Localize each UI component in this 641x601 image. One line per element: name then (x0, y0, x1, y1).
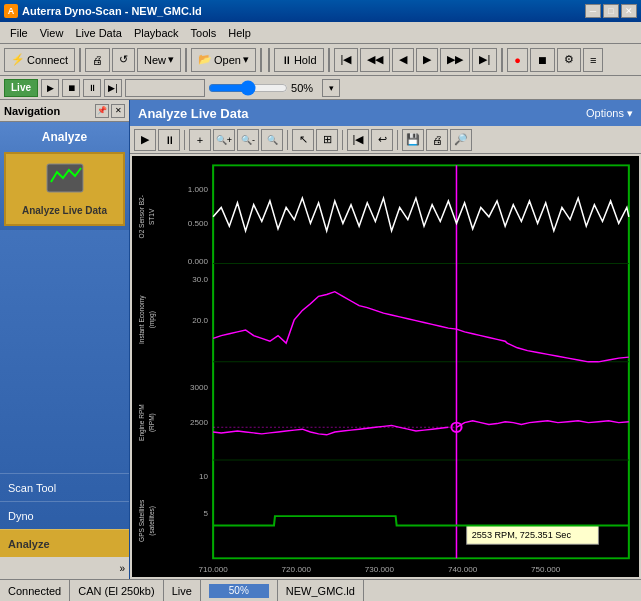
open-button[interactable]: 📂 Open ▾ (191, 48, 256, 72)
menu-playback[interactable]: Playback (128, 25, 185, 41)
svg-text:5: 5 (204, 509, 209, 518)
svg-text:740.000: 740.000 (448, 566, 478, 575)
svg-text:10: 10 (199, 472, 209, 481)
dropdown-arrow-icon: ▾ (168, 53, 174, 66)
svg-text:720.000: 720.000 (282, 566, 312, 575)
connect-button[interactable]: ⚡ Connect (4, 48, 75, 72)
svg-text:0.000: 0.000 (188, 257, 209, 266)
print-icon: 🖨 (92, 54, 103, 66)
hold-button[interactable]: ⏸ Hold (274, 48, 324, 72)
sidebar: Navigation 📌 ✕ Analyze Analyze Live Data (0, 100, 130, 579)
title-bar-controls: ─ □ ✕ (585, 4, 637, 18)
analyze-live-label: Analyze Live Data (22, 205, 107, 216)
sidebar-item-dyno[interactable]: Dyno (0, 501, 129, 529)
at-pause-button[interactable]: ⏸ (158, 129, 180, 151)
sidebar-scan-tool-label: Scan Tool (8, 482, 56, 494)
sidebar-item-analyze[interactable]: Analyze (0, 529, 129, 557)
svg-text:(satellites): (satellites) (148, 506, 156, 536)
back-frame-button[interactable]: ◀ (392, 48, 414, 72)
playback-bar: Live ▶ ⏹ ⏸ ▶| 50% ▾ (0, 76, 641, 100)
connect-icon: ⚡ (11, 53, 25, 66)
nav-controls: 📌 ✕ (95, 104, 125, 118)
speed-percent: 50% (291, 82, 319, 94)
hold-icon: ⏸ (281, 54, 292, 66)
analyze-section: Analyze Analyze Live Data (0, 122, 129, 230)
at-zoom-in-button[interactable]: 🔍+ (213, 129, 235, 151)
chart-svg: 1.000 0.500 0.000 O2 Sensor B2- ST1V 30.… (132, 156, 639, 577)
analyze-live-button[interactable]: Analyze Live Data (4, 152, 125, 226)
prev-button[interactable]: |◀ (334, 48, 359, 72)
title-bar: A Auterra Dyno-Scan - NEW_GMC.ld ─ □ ✕ (0, 0, 641, 22)
menu-view[interactable]: View (34, 25, 70, 41)
speed-slider[interactable] (208, 81, 288, 95)
at-first-button[interactable]: |◀ (347, 129, 369, 151)
at-save-button[interactable]: 💾 (402, 129, 424, 151)
menu-live-data[interactable]: Live Data (69, 25, 127, 41)
sidebar-spacer (0, 230, 129, 473)
refresh-button[interactable]: ↺ (112, 48, 135, 72)
menu-tools[interactable]: Tools (185, 25, 223, 41)
at-grid-button[interactable]: ⊞ (316, 129, 338, 151)
at-print-button[interactable]: 🖨 (426, 129, 448, 151)
settings-button[interactable]: ⚙ (557, 48, 581, 72)
content-title: Analyze Live Data (138, 106, 249, 121)
pb-speed-bar[interactable] (125, 79, 205, 97)
close-button[interactable]: ✕ (621, 4, 637, 18)
svg-text:3000: 3000 (190, 383, 209, 392)
pb-stop[interactable]: ⏹ (62, 79, 80, 97)
main-layout: Navigation 📌 ✕ Analyze Analyze Live Data (0, 100, 641, 579)
sidebar-dyno-label: Dyno (8, 510, 34, 522)
open-dropdown-icon: ▾ (243, 53, 249, 66)
next-button[interactable]: ▶| (472, 48, 497, 72)
at-zoom-fit-button[interactable]: 🔍 (261, 129, 283, 151)
at-zoom-out-button[interactable]: 🔍- (237, 129, 259, 151)
sidebar-expand-icon[interactable]: » (119, 563, 125, 574)
back-button[interactable]: ◀◀ (360, 48, 390, 72)
at-cursor-button[interactable]: ↖ (292, 129, 314, 151)
analyze-live-icon (45, 162, 85, 203)
live-button[interactable]: Live (4, 79, 38, 97)
toolbar-separator-1 (79, 48, 81, 72)
menu-file[interactable]: File (4, 25, 34, 41)
forward-button[interactable]: ▶▶ (440, 48, 470, 72)
sidebar-item-scan-tool[interactable]: Scan Tool (0, 473, 129, 501)
toolbar: ⚡ Connect 🖨 ↺ New ▾ 📂 Open ▾ ⏸ Hold |◀ ◀… (0, 44, 641, 76)
print-button[interactable]: 🖨 (85, 48, 110, 72)
menu-bar: File View Live Data Playback Tools Help (0, 22, 641, 44)
title-bar-title: Auterra Dyno-Scan - NEW_GMC.ld (22, 5, 202, 17)
minimize-button[interactable]: ─ (585, 4, 601, 18)
pb-pause[interactable]: ⏸ (83, 79, 101, 97)
toolbar-separator-2 (185, 48, 187, 72)
toolbar-separator-3 (260, 48, 262, 72)
nav-pin-button[interactable]: 📌 (95, 104, 109, 118)
svg-text:1.000: 1.000 (188, 185, 209, 194)
status-mode: Live (164, 580, 201, 601)
pb-play[interactable]: ▶ (41, 79, 59, 97)
pb-end[interactable]: ▶| (104, 79, 122, 97)
at-search-button[interactable]: 🔎 (450, 129, 472, 151)
svg-text:Engine RPM: Engine RPM (138, 404, 146, 441)
options-dropdown-button[interactable]: Options ▾ (586, 107, 633, 120)
svg-text:Instant Economy: Instant Economy (138, 295, 146, 344)
new-button[interactable]: New ▾ (137, 48, 181, 72)
content-header: Analyze Live Data Options ▾ (130, 100, 641, 126)
analyze-section-label: Analyze (4, 126, 125, 148)
at-add-button[interactable]: + (189, 129, 211, 151)
menu-help[interactable]: Help (222, 25, 257, 41)
nav-close-button[interactable]: ✕ (111, 104, 125, 118)
at-back-button[interactable]: ↩ (371, 129, 393, 151)
stop-button[interactable]: ⏹ (530, 48, 555, 72)
svg-text:2553 RPM, 725.351 Sec: 2553 RPM, 725.351 Sec (472, 530, 572, 540)
toolbar-separator-5 (501, 48, 503, 72)
record-button[interactable]: ● (507, 48, 528, 72)
nav-title: Navigation (4, 105, 60, 117)
forward-frame-button[interactable]: ▶ (416, 48, 438, 72)
sidebar-bottom: » (0, 557, 129, 579)
pb-dropdown[interactable]: ▾ (322, 79, 340, 97)
svg-text:ST1V: ST1V (148, 208, 155, 225)
options-button[interactable]: ≡ (583, 48, 603, 72)
at-play-button[interactable]: ▶ (134, 129, 156, 151)
svg-text:O2 Sensor B2-: O2 Sensor B2- (138, 195, 145, 238)
maximize-button[interactable]: □ (603, 4, 619, 18)
status-progress-bar: 50% (209, 584, 269, 598)
